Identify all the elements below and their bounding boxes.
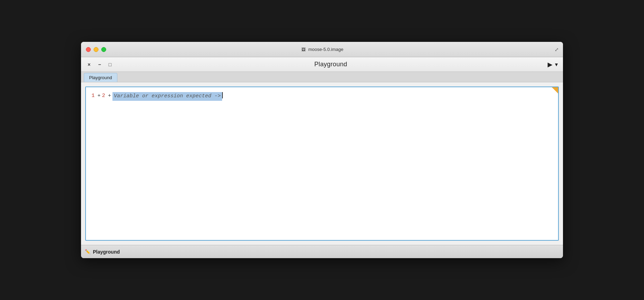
status-icon: ✏️ [85,249,91,255]
tab-label: Playground [89,75,112,80]
playground-tab[interactable]: Playground [84,73,117,82]
toolbar: × − □ Playground ▶ ▼ [81,57,563,72]
close-toolbar-btn[interactable]: × [85,61,93,68]
window-title-area: 🖼 moose-5.0.image [301,47,343,52]
toolbar-right: ▶ ▼ [548,61,559,68]
code-line: 1 + 2 + Variable or expression expected … [86,87,558,106]
traffic-lights [81,47,106,52]
content-area: 1 + 2 + Variable or expression expected … [81,82,563,245]
window-icon: 🖼 [301,47,306,52]
code-op-2: + [108,92,111,100]
text-cursor [222,92,223,98]
minimize-button[interactable] [94,47,98,52]
title-bar: 🖼 moose-5.0.image ⤢ [81,42,563,57]
toolbar-title: Playground [117,61,545,68]
minimize-toolbar-btn[interactable]: − [96,61,103,68]
code-num-1: 1 [92,92,95,100]
tab-bar: Playground [81,72,563,82]
main-window: 🖼 moose-5.0.image ⤢ × − □ Playground ▶ ▼… [81,42,563,258]
code-editor[interactable]: 1 + 2 + Variable or expression expected … [85,87,559,241]
run-button[interactable]: ▶ [548,61,552,68]
code-op-1: + [97,92,101,100]
maximize-button[interactable] [101,47,106,52]
status-label: Playground [93,249,120,255]
close-button[interactable] [86,47,91,52]
maximize-toolbar-btn[interactable]: □ [106,61,114,68]
resize-icon[interactable]: ⤢ [555,47,559,52]
dropdown-button[interactable]: ▼ [554,62,559,67]
window-title: moose-5.0.image [308,47,343,52]
code-num-2: 2 [102,92,105,100]
code-error-highlight: Variable or expression expected -> [112,92,222,101]
status-bar: ✏️ Playground [81,245,563,258]
